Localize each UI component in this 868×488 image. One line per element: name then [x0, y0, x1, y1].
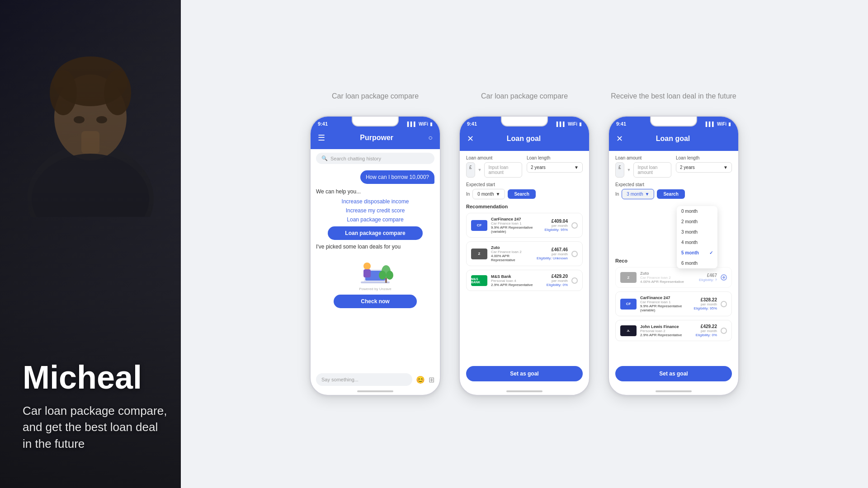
phone2-search-btn[interactable]: Search [508, 189, 535, 199]
ms-bank-logo: M&S BANK [471, 275, 487, 286]
svg-point-16 [379, 271, 386, 280]
phone2-card3-eligibility: Eligibility: 0% [547, 283, 568, 287]
phone3-zuto-name: Zuto [640, 271, 695, 276]
phone2-card3-name: M&S Bank [491, 274, 543, 279]
dropdown-6month[interactable]: 6 month [677, 258, 717, 268]
wifi-icon3: WiFi [717, 122, 726, 127]
phone2-card3[interactable]: M&S BANK M&S Bank Personal loan 4 2.9% A… [466, 270, 583, 291]
svg-point-12 [363, 263, 371, 270]
phone3-loan-row1: Loan amount £ ▼ Input loan amount Loan l… [615, 155, 732, 178]
phone2-card1-rate: 9.9% APR Representative (variable) [491, 225, 541, 234]
phone2-home-bar [506, 390, 542, 392]
phone2-card2-radio[interactable] [571, 251, 578, 257]
phone2-card2-name: Zuto [491, 245, 533, 250]
attach-icon[interactable]: ⊞ [429, 375, 434, 384]
jl-logo: JL [620, 325, 637, 336]
phone2-expected-start-label: Expected start [466, 182, 536, 187]
phone3-set-goal-btn[interactable]: Set as goal [615, 366, 732, 381]
right-panel: Car loan package compare 9:41 ▌▌▌ WiFi ▮… [181, 0, 868, 488]
phone3-card1-sub: Car Finance loan 1 [640, 300, 690, 304]
signal-icon: ▌▌▌ [407, 122, 417, 127]
left-panel: Micheal Car loan package compare, and ge… [0, 0, 181, 488]
phone3-loan-body: Loan amount £ ▼ Input loan amount Loan l… [609, 151, 738, 349]
phone3-status-icons: ▌▌▌ WiFi ▮ [706, 122, 731, 127]
phone2-loan-length-field: Loan length 2 years ▼ [527, 155, 583, 178]
chevron-down-icon3: ▼ [723, 165, 728, 170]
check-now-btn[interactable]: Check now [334, 295, 416, 308]
phone2-loan-title: Loan goal [474, 135, 574, 143]
phone2-card1-eligibility: Eligibility: 95% [544, 228, 568, 232]
phone2-card1-name: CarFinance 247 [491, 217, 541, 221]
chat-header: ☰ Purpower ○ [311, 129, 440, 149]
phone2-loan-header: ✕ Loan goal [460, 129, 589, 151]
phone2-close-btn[interactable]: ✕ [467, 134, 474, 144]
phone2-card1-sub: Car Finance loan 1 [491, 221, 541, 225]
phone3-loan-title: Loan goal [623, 135, 723, 143]
dropdown-5month[interactable]: 5 month ✓ [677, 248, 717, 258]
dropdown-2month[interactable]: 2 month [677, 216, 717, 227]
illustration-svg [357, 253, 393, 285]
phone2-set-goal-btn[interactable]: Set as goal [466, 366, 583, 381]
phone2-card1-cost: £409.04 per month Eligibility: 95% [544, 219, 568, 232]
emoji-icon[interactable]: 😊 [416, 375, 425, 384]
phone3-in-label: In [615, 192, 619, 197]
phone3-card2[interactable]: JL John Lewis Finance Personal loan 2 2.… [615, 320, 732, 341]
phone2-card1[interactable]: CF CarFinance 247 Car Finance loan 1 9.9… [466, 213, 583, 238]
phone2-card3-radio[interactable] [571, 277, 578, 284]
chat-title: Purpower [325, 134, 428, 142]
dropdown-4month[interactable]: 4 month [677, 237, 717, 248]
phone2-card2[interactable]: Z Zuto Car Finance loan 2 4.00% APR Repr… [466, 241, 583, 266]
phone3-zuto-sub: Car Finance loan 2 [640, 276, 695, 280]
phone2-card3-info: M&S Bank Personal loan 4 2.9% APR Repres… [491, 274, 543, 287]
phone3-card1-radio[interactable] [721, 301, 727, 307]
bot-greeting: We can help you... [316, 188, 434, 195]
phone2-month-value: 0 month [477, 192, 494, 197]
menu-icon[interactable]: ☰ [318, 133, 325, 143]
phone2-card2-rate: 4.00% APR Representative [491, 254, 533, 262]
phone3-zuto-radio[interactable] [721, 274, 727, 281]
dropdown-0month[interactable]: 0 month [677, 206, 717, 216]
illustration-area: Powered by Unzave [316, 253, 434, 291]
phone3-card2-eligibility: Eligibility: 0% [696, 333, 717, 337]
phone3-card2-name: John Lewis Finance [640, 324, 692, 329]
phone2-month-select[interactable]: 0 month ▼ [472, 189, 505, 199]
phone3-loan-length-value: 2 years [680, 165, 695, 170]
phone3-cf-logo: CF [620, 299, 637, 310]
phone3-zuto-eligibility: Eligibility: ? [699, 278, 717, 282]
phone3-month-select[interactable]: 3 month ▼ [622, 189, 654, 199]
option3-link[interactable]: Loan package compare [316, 216, 434, 223]
chat-input[interactable]: Say something... [316, 373, 412, 386]
battery-icon3: ▮ [728, 122, 731, 127]
dropdown-3month[interactable]: 3 month [677, 227, 717, 237]
bell-icon[interactable]: ○ [428, 134, 433, 142]
phone2-card1-radio[interactable] [571, 222, 578, 229]
phone3-close-btn[interactable]: ✕ [616, 134, 623, 144]
phone3-zuto-info: Zuto Car Finance loan 2 4.00% APR Repres… [640, 271, 695, 284]
phone2-card3-sub: Personal loan 4 [491, 279, 543, 283]
chevron-down-icon2: ▼ [495, 192, 500, 197]
svg-point-17 [386, 271, 393, 280]
loan-package-btn[interactable]: Loan package compare [328, 226, 423, 240]
phone3-card-zuto[interactable]: Z Zuto Car Finance loan 2 4.00% APR Repr… [615, 267, 732, 288]
phone3-card2-radio[interactable] [721, 328, 727, 334]
phone2-card3-period: per month [547, 279, 568, 283]
phone3-search-btn[interactable]: Search [657, 189, 684, 199]
chevron-down-icon: ▼ [574, 165, 579, 170]
phone3-card1[interactable]: CF CarFinance 247 Car Finance loan 1 9.9… [615, 291, 732, 316]
phone3-loan-amount-input[interactable]: Input loan amount [633, 162, 671, 178]
phone3-card1-eligibility: Eligibility: 95% [693, 306, 717, 310]
phone2-card3-cost: £429.20 per month Eligibility: 0% [547, 274, 568, 287]
phone3-loan-header: ✕ Loan goal [609, 129, 738, 151]
phone3-card1-info: CarFinance 247 Car Finance loan 1 9.9% A… [640, 296, 690, 312]
option2-link[interactable]: Increase my credit score [316, 207, 434, 214]
phone3-loan-length-select[interactable]: 2 years ▼ [676, 162, 732, 173]
phone2-loan-length-select[interactable]: 2 years ▼ [527, 162, 583, 173]
phone2-frame: 9:41 ▌▌▌ WiFi ▮ ✕ Loan goal Loan amount [459, 116, 590, 396]
chat-input-bar: Say something... 😊 ⊞ [311, 373, 440, 386]
powered-text: Powered by Unzave [316, 287, 434, 291]
option1-link[interactable]: Increase disposable income [316, 198, 434, 205]
chat-search-bar[interactable]: 🔍 Search chatting history [316, 153, 434, 164]
phone2-loan-amount-input[interactable]: Input loan amount [484, 162, 522, 178]
phone2-loan-length-label: Loan length [527, 155, 583, 160]
phone2-card1-info: CarFinance 247 Car Finance loan 1 9.9% A… [491, 217, 541, 234]
